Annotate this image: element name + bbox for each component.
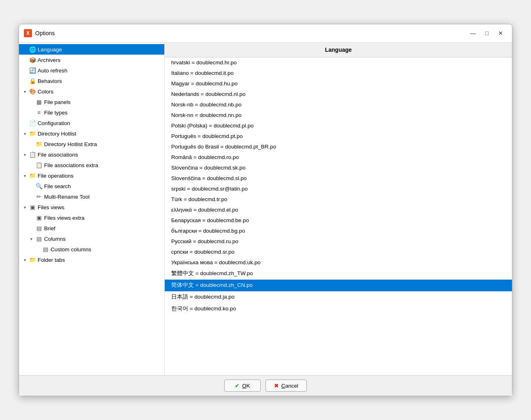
item-icon-filesearch: 🔍 (35, 182, 42, 190)
ok-button[interactable]: ✔ OK (224, 380, 261, 392)
sidebar-label-filesviewsextra: Files views extra (44, 215, 161, 221)
item-icon-fileops: 📁 (29, 172, 36, 179)
item-icon-foldertabs: 📁 (29, 256, 36, 263)
sidebar-label-colors: Colors (38, 89, 161, 95)
lang-item-romana[interactable]: Română = doublecmd.ro.po (165, 152, 512, 163)
lang-item-slovencina[interactable]: Slovenčina = doublecmd.sk.po (165, 163, 512, 173)
expand-arrow-fileassoc (22, 152, 27, 157)
lang-item-portugues_br[interactable]: Português do Brasil = doublecmd.pt_BR.po (165, 142, 512, 152)
lang-item-belaruski[interactable]: Беларуская = doublecmd.be.po (165, 215, 512, 226)
window-title: Options (35, 30, 463, 36)
expand-arrow-filesviews (22, 205, 27, 210)
expand-arrow-dirhotlistextra (29, 142, 34, 146)
item-icon-filepanels: ▦ (35, 98, 42, 106)
item-icon-fileassoc: 📋 (29, 151, 36, 158)
expand-arrow-filesviewsextra (29, 215, 34, 220)
sidebar-item-filesviews[interactable]: ▣Files views (19, 202, 164, 212)
sidebar-label-behaviors: Behaviors (38, 78, 161, 84)
sidebar-label-foldertabs: Folder tabs (38, 257, 161, 263)
expand-arrow-filepanels (29, 100, 34, 104)
sidebar-label-multirename: Multi-Rename Tool (44, 194, 161, 200)
sidebar-label-dirhotlistextra: Directory Hotlist Extra (44, 141, 161, 147)
sidebar-label-fileassoc: File associations (38, 152, 161, 158)
lang-item-polski[interactable]: Polski (Polska) = doublecmd.pl.po (165, 121, 512, 131)
sidebar-item-configuration[interactable]: 📄Configuration (19, 118, 164, 128)
language-list: hrvatski = doublecmd.hr.poItaliano = dou… (165, 57, 512, 375)
expand-arrow-dirhotlist (22, 131, 27, 136)
item-icon-archivers: 📦 (29, 56, 36, 64)
lang-item-korean[interactable]: 한국어 = doublecmd.ko.po (165, 303, 512, 315)
sidebar-label-columns: Columns (44, 236, 161, 242)
sidebar-item-brief[interactable]: ▤Brief (19, 223, 164, 233)
sidebar-label-fileops: File operations (38, 173, 161, 179)
footer: ✔ OK ✖ Cancel (19, 375, 512, 396)
close-button[interactable]: ✕ (494, 28, 507, 39)
sidebar-label-autorefresh: Auto refresh (38, 68, 161, 74)
expand-arrow-columns (29, 236, 34, 241)
sidebar: 🌐Language📦Archivers🔄Auto refresh🔒Behavio… (19, 42, 165, 375)
lang-item-turk[interactable]: Türk = doublecmd.tr.po (165, 194, 512, 205)
lang-item-hrvatski[interactable]: hrvatski = doublecmd.hr.po (165, 57, 512, 68)
lang-item-italiano[interactable]: Italiano = doublecmd.it.po (165, 68, 512, 78)
expand-arrow-filetypes (29, 110, 34, 115)
lang-item-norsk_nn[interactable]: Norsk-nn = doublecmd.nn.po (165, 110, 512, 121)
sidebar-item-fileassoc[interactable]: 📋File associations (19, 149, 164, 160)
minimize-button[interactable]: — (467, 28, 480, 39)
sidebar-label-filesearch: File search (44, 183, 161, 189)
options-window: X Options — □ ✕ 🌐Language📦Archivers🔄Auto… (19, 24, 512, 396)
lang-item-magyar[interactable]: Magyar = doublecmd.hu.po (165, 78, 512, 89)
lang-item-balgarski[interactable]: български = doublecmd.bg.po (165, 226, 512, 236)
sidebar-item-fileops[interactable]: 📁File operations (19, 170, 164, 181)
item-icon-autorefresh: 🔄 (29, 67, 36, 74)
lang-item-ukrainska[interactable]: Українська мова = doublecmd.uk.po (165, 257, 512, 268)
sidebar-item-customcolumns[interactable]: ▤Custom columns (19, 244, 164, 255)
item-icon-language: 🌐 (29, 46, 36, 53)
expand-arrow-configuration (22, 121, 27, 125)
sidebar-item-filesviewsextra[interactable]: ▣Files views extra (19, 212, 164, 223)
lang-item-srpski_cir[interactable]: српски = doublecmd.sr.po (165, 247, 512, 257)
lang-item-norsk_nb[interactable]: Norsk-nb = doublecmd.nb.po (165, 100, 512, 110)
sidebar-item-dirhotlist[interactable]: 📁Directory Hotlist (19, 128, 164, 139)
sidebar-item-filesearch[interactable]: 🔍File search (19, 181, 164, 191)
lang-item-zh_cn[interactable]: 简体中文 = doublecmd.zh_CN.po (165, 280, 512, 291)
sidebar-item-multirename[interactable]: ✏Multi-Rename Tool (19, 191, 164, 202)
item-icon-dirhotlist: 📁 (29, 130, 36, 137)
sidebar-item-dirhotlistextra[interactable]: 📁Directory Hotlist Extra (19, 139, 164, 149)
sidebar-item-colors[interactable]: 🎨Colors (19, 86, 164, 97)
sidebar-item-archivers[interactable]: 📦Archivers (19, 55, 164, 65)
cancel-button[interactable]: ✖ Cancel (266, 380, 307, 392)
item-icon-columns: ▤ (35, 235, 42, 242)
sidebar-item-filetypes[interactable]: ≡File types (19, 107, 164, 118)
lang-item-srpski[interactable]: srpski = doublecmd.sr@latin.po (165, 184, 512, 194)
expand-arrow-archivers (22, 57, 27, 62)
sidebar-item-columns[interactable]: ▤Columns (19, 233, 164, 244)
title-bar: X Options — □ ✕ (19, 24, 512, 42)
ok-check-icon: ✔ (235, 382, 240, 389)
lang-item-slovenscina[interactable]: Slovenščina = doublecmd.sl.po (165, 173, 512, 184)
lang-item-nederlands[interactable]: Nederlands = doublecmd.nl.po (165, 89, 512, 100)
lang-item-portugues[interactable]: Português = doublecmd.pt.po (165, 131, 512, 142)
cancel-x-icon: ✖ (274, 382, 279, 389)
app-icon: X (24, 29, 32, 37)
item-icon-brief: ▤ (35, 225, 42, 232)
expand-arrow-fileassocextra (29, 163, 34, 168)
sidebar-item-filepanels[interactable]: ▦File panels (19, 97, 164, 107)
maximize-button[interactable]: □ (480, 28, 493, 39)
sidebar-item-foldertabs[interactable]: 📁Folder tabs (19, 255, 164, 265)
sidebar-item-language[interactable]: 🌐Language (19, 44, 164, 55)
panel-header: Language (165, 42, 512, 57)
expand-arrow-brief (29, 226, 34, 231)
sidebar-label-filesviews: Files views (38, 204, 161, 210)
item-icon-customcolumns: ▤ (42, 246, 49, 253)
item-icon-configuration: 📄 (29, 119, 36, 127)
lang-item-japanese[interactable]: 日本語 = doublecmd.ja.po (165, 291, 512, 303)
lang-item-ellinika[interactable]: ελληνικά = doublecmd.el.po (165, 205, 512, 215)
lang-item-zh_tw[interactable]: 繁體中文 = doublecmd.zh_TW.po (165, 268, 512, 280)
lang-item-russkiy[interactable]: Русский = doublecmd.ru.po (165, 236, 512, 247)
sidebar-item-autorefresh[interactable]: 🔄Auto refresh (19, 65, 164, 76)
expand-arrow-customcolumns (35, 247, 40, 252)
expand-arrow-foldertabs (22, 257, 27, 262)
sidebar-item-fileassocextra[interactable]: 📋File associations extra (19, 160, 164, 170)
sidebar-item-behaviors[interactable]: 🔒Behaviors (19, 76, 164, 86)
expand-arrow-autorefresh (22, 68, 27, 73)
